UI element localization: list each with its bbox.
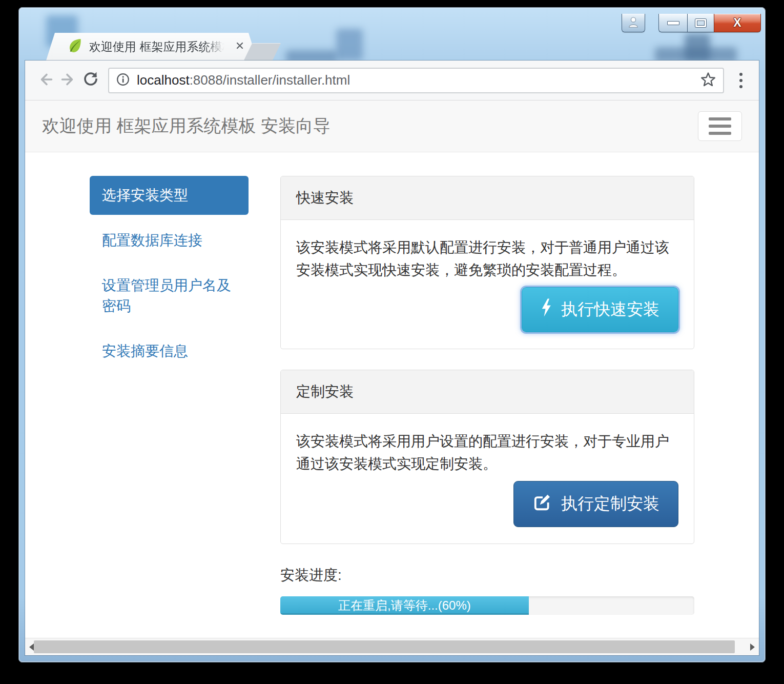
- page-title: 欢迎使用 框架应用系统模板 安装向导: [42, 114, 331, 138]
- custom-install-button[interactable]: 执行定制安装: [513, 481, 678, 527]
- sidebar-item-install-summary[interactable]: 安装摘要信息: [90, 332, 249, 371]
- sidebar-item-admin-account[interactable]: 设置管理员用户名及密码: [90, 266, 249, 326]
- browser-tab[interactable]: 欢迎使用 框架应用系统模板 安装向导: [46, 33, 257, 61]
- profile-button[interactable]: [622, 14, 645, 32]
- install-options: 快速安装 该安装模式将采用默认配置进行安装，对于普通用户通过该安装模式实现快速安…: [280, 176, 694, 544]
- kebab-menu-icon: [739, 73, 742, 76]
- navbar-toggle-button[interactable]: [698, 111, 742, 141]
- url-host: localhost: [137, 72, 190, 88]
- leaf-favicon-icon: [67, 37, 83, 56]
- url-path: :8088/installer/installer.html: [190, 72, 350, 88]
- panel-description: 该安装模式将采用默认配置进行安装，对于普通用户通过该安装模式实现快速安装，避免繁…: [296, 236, 678, 281]
- edit-icon: [532, 492, 552, 516]
- close-icon: X: [733, 17, 741, 29]
- wizard-steps-sidebar: 选择安装类型 配置数据库连接 设置管理员用户名及密码 安装摘要信息: [90, 176, 249, 544]
- reload-button[interactable]: [79, 69, 102, 92]
- horizontal-scrollbar[interactable]: [25, 638, 759, 655]
- reload-icon: [81, 70, 100, 91]
- panel-title: 定制安装: [281, 370, 694, 414]
- main-content: 选择安装类型 配置数据库连接 设置管理员用户名及密码 安装摘要信息 快速安装 该…: [90, 176, 759, 544]
- glass-blur-shape: [336, 29, 363, 61]
- person-icon: [628, 16, 639, 30]
- sidebar-item-install-type[interactable]: 选择安装类型: [90, 176, 249, 215]
- glass-blur-shape: [685, 34, 710, 61]
- scroll-right-arrow-icon[interactable]: [750, 643, 755, 651]
- close-window-button[interactable]: X: [714, 14, 761, 32]
- sidebar-item-database-config[interactable]: 配置数据库连接: [90, 221, 249, 260]
- forward-button[interactable]: [57, 69, 79, 92]
- progress-text: 正在重启,请等待...(60%): [338, 597, 471, 614]
- maximize-button[interactable]: [687, 14, 714, 32]
- lightning-icon: [541, 298, 552, 321]
- scrollbar-thumb[interactable]: [34, 640, 735, 653]
- install-progress-section: 安装进度: 正在重启,请等待...(60%): [280, 566, 694, 615]
- minimize-icon: [667, 21, 679, 25]
- tab-close-icon[interactable]: [235, 41, 245, 53]
- tab-title: 欢迎使用 框架应用系统模板 安装向导: [89, 39, 229, 55]
- glass-blur-shape: [286, 50, 337, 61]
- custom-install-panel: 定制安装 该安装模式将采用用户设置的配置进行安装，对于专业用户通过该安装模式实现…: [280, 370, 694, 544]
- window-controls: X: [622, 14, 761, 32]
- info-icon[interactable]: [116, 73, 130, 88]
- minimize-button[interactable]: [658, 14, 687, 32]
- progress-label: 安装进度:: [280, 566, 694, 585]
- hamburger-icon: [709, 117, 731, 120]
- browser-menu-button[interactable]: [736, 70, 746, 91]
- quick-install-panel: 快速安装 该安装模式将采用默认配置进行安装，对于普通用户通过该安装模式实现快速安…: [280, 176, 694, 349]
- bookmark-star-icon[interactable]: [699, 71, 717, 90]
- progress-bar: 正在重启,请等待...(60%): [280, 596, 694, 615]
- page-navbar: 欢迎使用 框架应用系统模板 安装向导: [25, 100, 759, 152]
- scroll-left-arrow-icon[interactable]: [29, 643, 34, 651]
- browser-chrome: localhost:8088/installer/installer.html …: [25, 61, 759, 655]
- page-viewport: 欢迎使用 框架应用系统模板 安装向导 选择安装类型 配置数据库连接 设置管理员用…: [25, 100, 759, 638]
- quick-install-button[interactable]: 执行快速安装: [522, 287, 678, 332]
- panel-title: 快速安装: [281, 176, 694, 220]
- maximize-icon: [695, 19, 706, 27]
- back-button[interactable]: [34, 69, 57, 92]
- forward-arrow-icon: [59, 70, 77, 91]
- panel-description: 该安装模式将采用用户设置的配置进行安装，对于专业用户通过该安装模式实现定制安装。: [296, 430, 678, 475]
- url-text[interactable]: localhost:8088/installer/installer.html: [137, 72, 350, 88]
- progress-fill: 正在重启,请等待...(60%): [280, 596, 529, 615]
- browser-window: X 欢迎使用 框架应用系统模板 安装向导: [18, 7, 766, 662]
- browser-toolbar: localhost:8088/installer/installer.html: [25, 61, 759, 100]
- back-arrow-icon: [36, 70, 55, 91]
- address-bar[interactable]: localhost:8088/installer/installer.html: [108, 68, 724, 93]
